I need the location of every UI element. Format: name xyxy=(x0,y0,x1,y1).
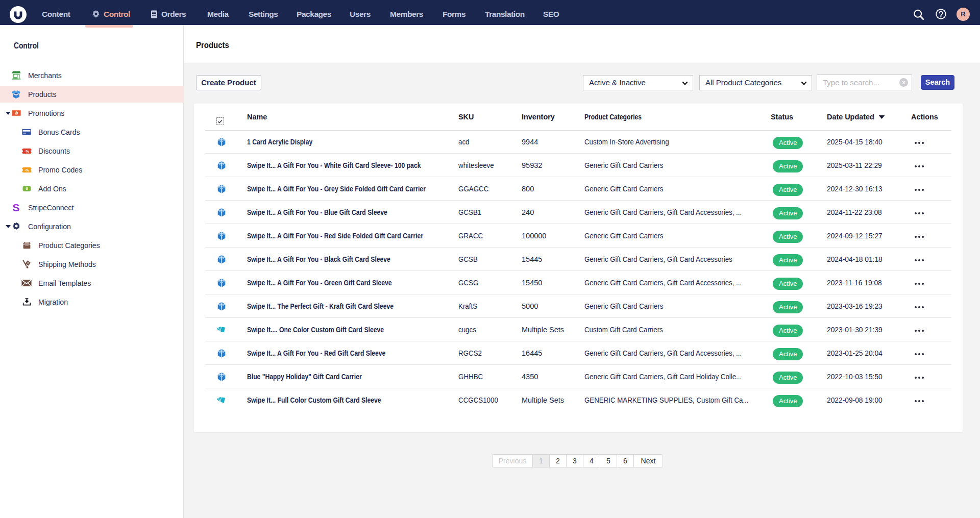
svg-text:-%: -% xyxy=(24,149,29,153)
svg-text:$: $ xyxy=(15,111,17,115)
svg-text:-%: -% xyxy=(24,168,29,171)
svg-text:S: S xyxy=(12,202,19,213)
svg-text:6: 6 xyxy=(26,186,28,191)
